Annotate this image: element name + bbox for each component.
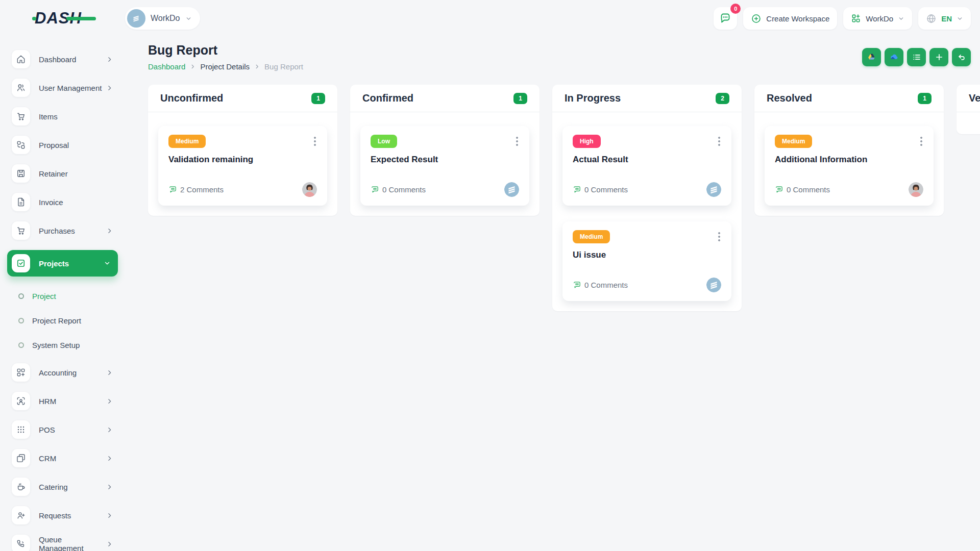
sidebar-item-retainer[interactable]: Retainer	[12, 164, 125, 183]
sidebar-item-pos[interactable]: POS	[12, 420, 125, 439]
sidebar-item-dashboard[interactable]: Dashboard	[12, 50, 125, 68]
sidebar-item-catering[interactable]: Catering	[12, 478, 125, 496]
sidebar-subitem-project-report[interactable]: Project Report	[18, 314, 125, 327]
sidebar-item-queue-management[interactable]: Queue Management	[12, 535, 125, 551]
breadcrumb-project-details[interactable]: Project Details	[200, 62, 250, 71]
sidebar-item-hrm[interactable]: HRM	[12, 392, 125, 410]
messages-button[interactable]: 0	[714, 7, 737, 30]
comments-link[interactable]: 0 Comments	[775, 185, 830, 194]
card-title: Expected Result	[371, 155, 519, 165]
bug-card[interactable]: High Actual Result 0 Comments	[562, 126, 731, 206]
assignee-avatar	[302, 182, 317, 197]
comments-link[interactable]: 0 Comments	[371, 185, 426, 194]
card-title: Validation remaining	[168, 155, 317, 165]
check-square-icon	[12, 254, 30, 272]
bug-card[interactable]: Medium Validation remaining 2 Comments	[158, 126, 327, 206]
comment-bubble-icon	[775, 185, 783, 194]
radio-circle-icon	[18, 342, 24, 348]
sidebar-item-invoice[interactable]: Invoice	[12, 193, 125, 211]
sidebar-subitem-system-setup[interactable]: System Setup	[18, 339, 125, 351]
grid-plus-icon	[851, 13, 861, 23]
column-confirmed: Confirmed 1 Low Expected Result	[350, 85, 540, 216]
comments-link[interactable]: 2 Comments	[168, 185, 224, 194]
comments-count: 0 Comments	[787, 185, 830, 194]
home-icon	[12, 50, 30, 68]
chevron-right-icon	[106, 369, 113, 376]
column-title: Confirmed	[362, 92, 413, 104]
shopping-cart-icon	[12, 221, 30, 240]
workspace-switcher[interactable]: WorkDo	[125, 7, 200, 30]
chevron-right-icon	[190, 64, 195, 69]
chevron-right-icon	[106, 455, 113, 462]
sidebar-item-requests[interactable]: Requests	[12, 506, 125, 524]
comment-bubble-icon	[573, 281, 581, 289]
page-header: Bug Report Dashboard Project Details Bug…	[148, 43, 980, 71]
google-drive-icon	[867, 52, 876, 62]
chevron-right-icon	[106, 85, 113, 91]
shopping-cart-icon	[12, 107, 30, 126]
back-button[interactable]	[952, 48, 971, 66]
sidebar-item-user-management[interactable]: User Management	[12, 79, 125, 97]
kebab-menu-icon[interactable]	[717, 230, 721, 243]
dash-logo[interactable]: DASH	[35, 9, 82, 28]
create-workspace-button[interactable]: Create Workspace	[743, 7, 837, 30]
google-drive-button[interactable]	[862, 48, 881, 66]
card-title: Actual Result	[573, 155, 721, 165]
chevron-right-icon	[106, 56, 113, 63]
sidebar-item-accounting[interactable]: Accounting	[12, 363, 125, 382]
sidebar-label: Dashboard	[39, 55, 76, 64]
onedrive-button[interactable]	[885, 48, 903, 66]
comment-bubble-icon	[168, 185, 177, 194]
column-title: Verified	[969, 92, 980, 104]
kebab-menu-icon[interactable]	[919, 135, 923, 148]
kebab-menu-icon[interactable]	[717, 135, 721, 148]
apps-dropdown-label: WorkDo	[866, 14, 893, 23]
sidebar-item-projects[interactable]: Projects	[7, 250, 118, 277]
chevron-right-icon	[106, 398, 113, 405]
chevron-right-icon	[106, 541, 113, 547]
breadcrumb: Dashboard Project Details Bug Report	[148, 62, 303, 71]
undo-arrow-icon	[957, 53, 966, 62]
sidebar-item-items[interactable]: Items	[12, 107, 125, 126]
sidebar-sublabel: Project	[32, 292, 56, 300]
column-title: In Progress	[565, 92, 621, 104]
logo-dot	[32, 17, 36, 20]
sidebar: Dashboard User Management Items Proposal	[0, 37, 125, 551]
kanban-board: Unconfirmed 1 Medium Validation remainin…	[148, 85, 980, 311]
column-count-badge: 1	[918, 93, 932, 104]
workspace-name: WorkDo	[151, 14, 180, 23]
sidebar-sublabel: Project Report	[32, 316, 81, 325]
blocks-swap-icon	[12, 136, 30, 154]
apps-dropdown[interactable]: WorkDo	[843, 7, 912, 30]
column-title: Resolved	[767, 92, 812, 104]
priority-badge: Medium	[168, 135, 206, 148]
building-icon	[131, 13, 142, 24]
sidebar-label: Purchases	[39, 227, 75, 235]
comments-count: 0 Comments	[382, 185, 426, 194]
sidebar-label: Queue Management	[39, 535, 106, 551]
priority-badge: Medium	[573, 230, 610, 243]
kebab-menu-icon[interactable]	[515, 135, 519, 148]
sidebar-subitem-project[interactable]: Project	[18, 290, 125, 302]
column-verified: Verified	[957, 85, 980, 134]
comments-link[interactable]: 0 Comments	[573, 185, 628, 194]
kebab-menu-icon[interactable]	[313, 135, 317, 148]
comments-count: 2 Comments	[180, 185, 224, 194]
sidebar-item-crm[interactable]: CRM	[12, 449, 125, 467]
assignee-avatar	[706, 182, 721, 197]
logo-dash-bar	[66, 17, 96, 20]
column-unconfirmed: Unconfirmed 1 Medium Validation remainin…	[148, 85, 337, 216]
sidebar-item-proposal[interactable]: Proposal	[12, 136, 125, 154]
comments-link[interactable]: 0 Comments	[573, 281, 628, 289]
priority-badge: Low	[371, 135, 397, 148]
bug-card[interactable]: Low Expected Result 0 Comments	[360, 126, 529, 206]
bug-card[interactable]: Medium Ui issue 0 Comments	[562, 221, 731, 301]
language-dropdown[interactable]: EN	[918, 7, 971, 30]
logo-area: DASH	[0, 9, 125, 28]
bug-card[interactable]: Medium Additional Information 0 Comments	[765, 126, 934, 206]
breadcrumb-dashboard[interactable]: Dashboard	[148, 62, 185, 71]
list-view-button[interactable]	[907, 48, 926, 66]
sidebar-item-purchases[interactable]: Purchases	[12, 221, 125, 240]
sidebar-label: Invoice	[39, 198, 63, 207]
add-button[interactable]	[929, 48, 948, 66]
